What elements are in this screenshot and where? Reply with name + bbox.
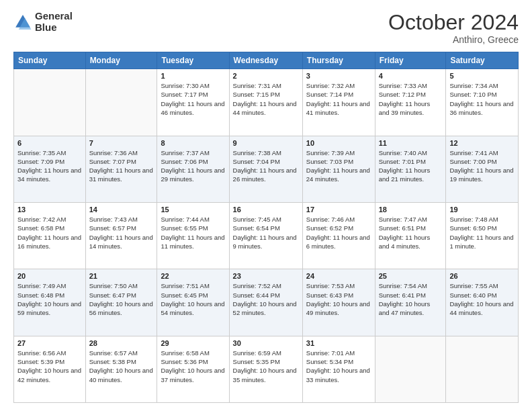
day-number: 31 — [306, 339, 371, 347]
calendar-cell: 20Sunrise: 7:49 AM Sunset: 6:48 PM Dayli… — [14, 269, 86, 336]
day-info: Sunrise: 7:53 AM Sunset: 6:43 PM Dayligh… — [306, 281, 371, 317]
calendar-cell: 10Sunrise: 7:39 AM Sunset: 7:03 PM Dayli… — [302, 136, 375, 202]
day-info: Sunrise: 6:59 AM Sunset: 5:35 PM Dayligh… — [233, 349, 299, 384]
title-block: October 2024 Anthiro, Greece — [388, 11, 519, 45]
col-header-monday: Monday — [85, 52, 157, 69]
calendar-cell: 22Sunrise: 7:51 AM Sunset: 6:45 PM Dayli… — [157, 269, 229, 336]
page: General Blue October 2024 Anthiro, Greec… — [0, 0, 532, 411]
calendar-cell: 26Sunrise: 7:55 AM Sunset: 6:40 PM Dayli… — [446, 269, 519, 336]
day-info: Sunrise: 7:33 AM Sunset: 7:12 PM Dayligh… — [379, 81, 443, 117]
day-number: 21 — [89, 272, 154, 280]
calendar-week-row: 13Sunrise: 7:42 AM Sunset: 6:58 PM Dayli… — [14, 202, 519, 269]
header: General Blue October 2024 Anthiro, Greec… — [13, 11, 519, 45]
day-info: Sunrise: 7:37 AM Sunset: 7:06 PM Dayligh… — [161, 148, 225, 184]
calendar-cell: 7Sunrise: 7:36 AM Sunset: 7:07 PM Daylig… — [85, 136, 157, 202]
day-info: Sunrise: 7:41 AM Sunset: 7:00 PM Dayligh… — [449, 148, 515, 184]
day-info: Sunrise: 6:57 AM Sunset: 5:38 PM Dayligh… — [89, 349, 154, 384]
calendar-cell: 24Sunrise: 7:53 AM Sunset: 6:43 PM Dayli… — [302, 269, 375, 336]
col-header-tuesday: Tuesday — [157, 52, 229, 69]
day-number: 10 — [306, 139, 371, 147]
calendar-week-row: 20Sunrise: 7:49 AM Sunset: 6:48 PM Dayli… — [14, 269, 519, 336]
day-number: 22 — [161, 272, 225, 280]
day-info: Sunrise: 7:42 AM Sunset: 6:58 PM Dayligh… — [17, 215, 82, 250]
day-info: Sunrise: 7:48 AM Sunset: 6:50 PM Dayligh… — [449, 215, 515, 250]
day-number: 9 — [233, 139, 299, 147]
calendar-cell — [375, 336, 446, 402]
day-number: 3 — [306, 72, 371, 80]
calendar-cell: 16Sunrise: 7:45 AM Sunset: 6:54 PM Dayli… — [229, 202, 302, 269]
calendar-cell: 2Sunrise: 7:31 AM Sunset: 7:15 PM Daylig… — [229, 69, 302, 136]
calendar-week-row: 27Sunrise: 6:56 AM Sunset: 5:39 PM Dayli… — [14, 336, 519, 402]
day-info: Sunrise: 7:40 AM Sunset: 7:01 PM Dayligh… — [379, 148, 443, 184]
day-info: Sunrise: 7:34 AM Sunset: 7:10 PM Dayligh… — [449, 81, 515, 117]
day-info: Sunrise: 7:54 AM Sunset: 6:41 PM Dayligh… — [379, 281, 443, 317]
calendar-cell: 21Sunrise: 7:50 AM Sunset: 6:47 PM Dayli… — [85, 269, 157, 336]
calendar-cell: 31Sunrise: 7:01 AM Sunset: 5:34 PM Dayli… — [302, 336, 375, 402]
calendar-cell: 4Sunrise: 7:33 AM Sunset: 7:12 PM Daylig… — [375, 69, 446, 136]
day-number: 25 — [379, 272, 443, 280]
day-info: Sunrise: 7:30 AM Sunset: 7:17 PM Dayligh… — [161, 81, 225, 117]
day-info: Sunrise: 7:36 AM Sunset: 7:07 PM Dayligh… — [89, 148, 154, 184]
day-info: Sunrise: 7:35 AM Sunset: 7:09 PM Dayligh… — [17, 148, 82, 184]
calendar-cell: 11Sunrise: 7:40 AM Sunset: 7:01 PM Dayli… — [375, 136, 446, 202]
day-number: 29 — [161, 339, 225, 347]
day-number: 2 — [233, 72, 299, 80]
day-number: 26 — [449, 272, 515, 280]
day-number: 30 — [233, 339, 299, 347]
calendar-cell: 15Sunrise: 7:44 AM Sunset: 6:55 PM Dayli… — [157, 202, 229, 269]
day-info: Sunrise: 7:55 AM Sunset: 6:40 PM Dayligh… — [449, 281, 515, 317]
day-number: 16 — [233, 205, 299, 214]
logo-text: General Blue — [35, 11, 73, 33]
day-number: 24 — [306, 272, 371, 280]
day-info: Sunrise: 7:46 AM Sunset: 6:52 PM Dayligh… — [306, 215, 371, 250]
calendar-week-row: 1Sunrise: 7:30 AM Sunset: 7:17 PM Daylig… — [14, 69, 519, 136]
day-number: 5 — [449, 72, 515, 80]
calendar-cell: 18Sunrise: 7:47 AM Sunset: 6:51 PM Dayli… — [375, 202, 446, 269]
day-number: 14 — [89, 205, 154, 214]
day-info: Sunrise: 7:47 AM Sunset: 6:51 PM Dayligh… — [379, 215, 443, 250]
calendar-cell: 17Sunrise: 7:46 AM Sunset: 6:52 PM Dayli… — [302, 202, 375, 269]
col-header-wednesday: Wednesday — [229, 52, 302, 69]
calendar-cell: 27Sunrise: 6:56 AM Sunset: 5:39 PM Dayli… — [14, 336, 86, 402]
day-number: 12 — [449, 139, 515, 147]
col-header-sunday: Sunday — [14, 52, 86, 69]
col-header-friday: Friday — [375, 52, 446, 69]
day-number: 15 — [161, 205, 225, 214]
day-info: Sunrise: 7:32 AM Sunset: 7:14 PM Dayligh… — [306, 81, 371, 117]
calendar-cell: 19Sunrise: 7:48 AM Sunset: 6:50 PM Dayli… — [446, 202, 519, 269]
calendar-cell: 8Sunrise: 7:37 AM Sunset: 7:06 PM Daylig… — [157, 136, 229, 202]
day-info: Sunrise: 6:58 AM Sunset: 5:36 PM Dayligh… — [161, 349, 225, 384]
day-number: 6 — [17, 139, 82, 147]
logo: General Blue — [13, 11, 73, 33]
day-info: Sunrise: 7:01 AM Sunset: 5:34 PM Dayligh… — [306, 349, 371, 384]
day-info: Sunrise: 7:39 AM Sunset: 7:03 PM Dayligh… — [306, 148, 371, 184]
day-number: 7 — [89, 139, 154, 147]
calendar-cell: 12Sunrise: 7:41 AM Sunset: 7:00 PM Dayli… — [446, 136, 519, 202]
calendar-cell — [446, 336, 519, 402]
subtitle: Anthiro, Greece — [388, 34, 519, 45]
calendar-cell: 14Sunrise: 7:43 AM Sunset: 6:57 PM Dayli… — [85, 202, 157, 269]
day-info: Sunrise: 6:56 AM Sunset: 5:39 PM Dayligh… — [17, 349, 82, 384]
calendar-cell: 6Sunrise: 7:35 AM Sunset: 7:09 PM Daylig… — [14, 136, 86, 202]
calendar-header-row: SundayMondayTuesdayWednesdayThursdayFrid… — [14, 52, 519, 69]
day-info: Sunrise: 7:38 AM Sunset: 7:04 PM Dayligh… — [233, 148, 299, 184]
day-number: 17 — [306, 205, 371, 214]
col-header-saturday: Saturday — [446, 52, 519, 69]
calendar-cell: 1Sunrise: 7:30 AM Sunset: 7:17 PM Daylig… — [157, 69, 229, 136]
calendar-cell — [14, 69, 86, 136]
day-number: 19 — [449, 205, 515, 214]
calendar-cell — [85, 69, 157, 136]
calendar-cell: 3Sunrise: 7:32 AM Sunset: 7:14 PM Daylig… — [302, 69, 375, 136]
calendar-table: SundayMondayTuesdayWednesdayThursdayFrid… — [13, 52, 519, 403]
calendar-week-row: 6Sunrise: 7:35 AM Sunset: 7:09 PM Daylig… — [14, 136, 519, 202]
day-info: Sunrise: 7:44 AM Sunset: 6:55 PM Dayligh… — [161, 215, 225, 250]
day-info: Sunrise: 7:51 AM Sunset: 6:45 PM Dayligh… — [161, 281, 225, 317]
calendar-cell: 29Sunrise: 6:58 AM Sunset: 5:36 PM Dayli… — [157, 336, 229, 402]
day-number: 23 — [233, 272, 299, 280]
day-number: 8 — [161, 139, 225, 147]
day-number: 13 — [17, 205, 82, 214]
calendar-cell: 13Sunrise: 7:42 AM Sunset: 6:58 PM Dayli… — [14, 202, 86, 269]
calendar-cell: 25Sunrise: 7:54 AM Sunset: 6:41 PM Dayli… — [375, 269, 446, 336]
logo-icon — [13, 13, 32, 32]
col-header-thursday: Thursday — [302, 52, 375, 69]
